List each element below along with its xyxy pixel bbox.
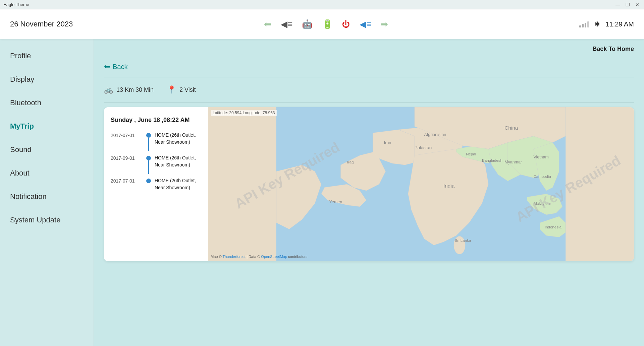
bike-icon: 🚲 [104, 85, 113, 94]
sidebar-item-display[interactable]: Display [0, 69, 94, 90]
distance-value: 13 Km 30 Min [116, 86, 154, 93]
svg-text:Iraq: Iraq [347, 160, 354, 164]
arrow-right-icon[interactable]: ➡ [381, 19, 388, 29]
svg-text:China: China [504, 125, 518, 131]
status-bar: 26 November 2023 ⬅ ◀≡ 🤖 🔋 ⏻ ◀≡ ➡ ✱ 11:29… [0, 9, 644, 39]
svg-text:Myanmar: Myanmar [504, 160, 522, 164]
trip-entry-2-line [148, 160, 149, 174]
signal-bar-1 [579, 25, 581, 27]
status-date: 26 November 2023 [10, 20, 73, 28]
signal-bar-3 [585, 23, 586, 27]
back-to-home-button[interactable]: Back To Home [592, 46, 634, 53]
trip-entry-1-text: HOME (26th Outlet, Near Showroom) [155, 132, 201, 146]
svg-text:Sri Lanka: Sri Lanka [455, 239, 471, 243]
app-title: Eagle Theme [3, 2, 29, 7]
openstreetmap-link[interactable]: OpenStreetMap [261, 255, 287, 259]
trip-list: Sunday , June 18 ,08:22 AM 2017-07-01 HO… [104, 107, 208, 261]
headlight-icon[interactable]: ◀≡ [281, 19, 292, 29]
map-footer: Map © Thunderforest | Data © OpenStreetM… [211, 255, 308, 259]
status-icons-group: ⬅ ◀≡ 🤖 🔋 ⏻ ◀≡ ➡ [264, 19, 388, 29]
stats-row: 🚲 13 Km 30 Min 📍 2 Visit [104, 81, 634, 99]
trip-entry-1: 2017-07-01 HOME (26th Outlet, Near Showr… [111, 132, 201, 151]
title-bar: Eagle Theme — ❐ ✕ [0, 0, 644, 9]
trip-entry-2-dot-col [146, 154, 151, 174]
svg-text:Indonesia: Indonesia [545, 225, 561, 229]
trip-entry-2-text: HOME (26th Outlet, Near Showroom) [155, 154, 201, 168]
map-area[interactable]: China India Pakistan Afghanistan Iran Ne… [208, 107, 634, 261]
svg-text:India: India [443, 183, 455, 189]
trip-entry-3-dot [146, 179, 151, 183]
robot-icon[interactable]: 🤖 [302, 19, 313, 29]
signal-bars [579, 21, 589, 27]
minimize-button[interactable]: — [614, 2, 622, 7]
svg-text:Iran: Iran [384, 140, 391, 145]
sidebar: Profile Display Bluetooth MyTrip Sound A… [0, 39, 94, 346]
content-area: Back To Home ⬅ Back 🚲 13 Km 30 Min 📍 2 V… [94, 39, 644, 346]
trip-entry-2: 2017-09-01 HOME (26th Outlet, Near Showr… [111, 154, 201, 174]
trip-entry-3: 2017-07-01 HOME (26th Outlet, Near Showr… [111, 177, 201, 191]
restore-button[interactable]: ❐ [624, 2, 631, 7]
power-icon[interactable]: ⏻ [342, 19, 350, 29]
sidebar-item-system-update[interactable]: System Update [0, 210, 94, 230]
bluetooth-status-icon: ✱ [594, 20, 600, 28]
trip-entry-1-line [148, 138, 149, 151]
signal-bar-4 [587, 21, 589, 27]
sidebar-item-mytrip[interactable]: MyTrip [0, 116, 94, 137]
distance-stat: 🚲 13 Km 30 Min [104, 85, 154, 94]
close-button[interactable]: ✕ [634, 2, 641, 7]
thunderforest-link[interactable]: Thunderforest [222, 255, 245, 259]
trip-date-header: Sunday , June 18 ,08:22 AM [111, 117, 201, 124]
sidebar-item-notification[interactable]: Notification [0, 186, 94, 207]
arrow-left-icon[interactable]: ⬅ [264, 19, 271, 29]
trip-card: Sunday , June 18 ,08:22 AM 2017-07-01 HO… [104, 107, 634, 261]
signal-bar-2 [582, 24, 584, 27]
map-coordinates: Latitude: 20.594 Longitude: 78.963 [211, 110, 277, 116]
status-time: 11:29 AM [605, 20, 634, 28]
visits-value: 2 Visit [179, 86, 196, 93]
trip-entry-2-dot [146, 156, 151, 160]
trip-entry-3-dot-col [146, 177, 151, 183]
svg-text:Bangladesh: Bangladesh [482, 158, 502, 162]
svg-text:Afghanistan: Afghanistan [424, 132, 446, 137]
sidebar-item-bluetooth[interactable]: Bluetooth [0, 92, 94, 113]
sidebar-item-sound[interactable]: Sound [0, 139, 94, 160]
trip-entry-1-dot [146, 133, 151, 138]
map-svg: China India Pakistan Afghanistan Iran Ne… [208, 107, 634, 261]
window-controls: — ❐ ✕ [614, 2, 641, 7]
sidebar-item-about[interactable]: About [0, 163, 94, 184]
battery-icon[interactable]: 🔋 [322, 19, 333, 29]
svg-text:Vietnam: Vietnam [533, 155, 548, 159]
svg-text:Nepal: Nepal [466, 152, 476, 156]
svg-text:Pakistan: Pakistan [415, 145, 432, 150]
back-arrow-icon: ⬅ [104, 62, 110, 71]
main-layout: Profile Display Bluetooth MyTrip Sound A… [0, 39, 644, 346]
svg-text:Yemen: Yemen [329, 200, 342, 205]
visits-stat: 📍 2 Visit [167, 85, 196, 94]
divider-2 [104, 102, 634, 102]
sidebar-item-profile[interactable]: Profile [0, 46, 94, 66]
svg-text:Malaysia: Malaysia [533, 201, 550, 206]
trip-entry-1-date: 2017-07-01 [111, 132, 143, 138]
trip-entries: 2017-07-01 HOME (26th Outlet, Near Showr… [111, 132, 201, 195]
pin-icon: 📍 [167, 85, 176, 94]
back-label: Back [113, 63, 127, 71]
status-right: ✱ 11:29 AM [579, 20, 634, 28]
trip-entry-1-dot-col [146, 132, 151, 151]
svg-text:Cambodia: Cambodia [533, 175, 551, 179]
beam-icon[interactable]: ◀≡ [360, 19, 371, 29]
trip-entry-3-date: 2017-07-01 [111, 177, 143, 184]
trip-entry-3-text: HOME (26th Outlet, Near Showroom) [155, 177, 201, 191]
trip-entry-2-date: 2017-09-01 [111, 154, 143, 161]
back-button[interactable]: ⬅ Back [104, 62, 634, 71]
divider-1 [104, 77, 634, 77]
